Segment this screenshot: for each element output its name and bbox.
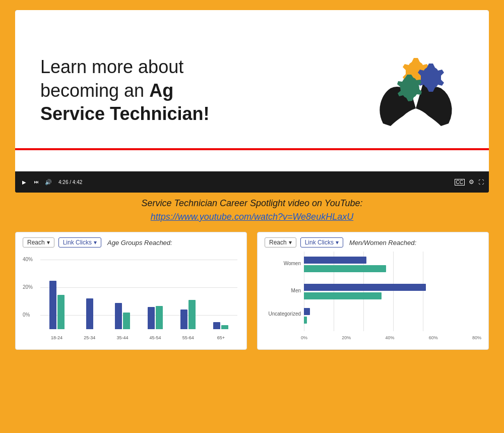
x-label-80: 80%: [472, 335, 481, 340]
cc-button[interactable]: CC: [455, 179, 465, 185]
gender-clicks-chevron: ▾: [336, 239, 339, 246]
age-label-3544: 35-44: [106, 335, 139, 340]
age-clicks-label: Link Clicks: [63, 239, 92, 246]
gender-reach-label: Reach: [269, 239, 287, 246]
caption-area: Service Technician Career Spotlight vide…: [142, 197, 363, 224]
bar-2534-blue: [86, 298, 93, 329]
age-group-1824: [40, 281, 73, 329]
caption-link[interactable]: https://www.youtube.com/watch?v=We8eukHL…: [142, 210, 363, 224]
settings-icon[interactable]: ⚙: [469, 178, 474, 185]
video-progress-bg: [15, 148, 489, 150]
x-label-40: 40%: [385, 335, 394, 340]
gender-bar-chart-container: Women Men Uncategorized 0% 20% 40% 60% 8…: [265, 252, 481, 342]
gender-clicks-filter[interactable]: Link Clicks ▾: [300, 237, 343, 248]
age-group-5564: [172, 300, 205, 329]
age-label-65plus: 65+: [205, 335, 237, 340]
caption-line1: Service Technician Career Spotlight vide…: [142, 197, 363, 210]
gender-chart: Reach ▾ Link Clicks ▾ Men/Women Reached:…: [257, 232, 489, 350]
video-title-text: Learn more about becoming an Ag Service …: [40, 55, 209, 126]
gender-chart-title: Men/Women Reached:: [349, 239, 416, 246]
gender-clicks-label: Link Clicks: [305, 239, 334, 246]
uncategorized-bar-teal: [304, 317, 307, 324]
x-label-20: 20%: [342, 335, 351, 340]
bar-5564-blue: [180, 310, 187, 329]
y-label-20: 20%: [23, 284, 33, 290]
video-controls-bar: ▶ ⏭ 🔊 4:26 / 4:42 CC ⚙ ⛶: [15, 171, 489, 193]
age-label-1824: 18-24: [40, 335, 73, 340]
skip-button[interactable]: ⏭: [32, 178, 40, 186]
gender-label-men: Men: [265, 288, 301, 293]
video-card: Learn more about becoming an Ag Service …: [15, 10, 489, 193]
age-reach-filter[interactable]: Reach ▾: [23, 237, 54, 248]
video-right-controls: CC ⚙ ⛶: [455, 178, 484, 185]
age-label-5564: 55-64: [172, 335, 205, 340]
age-group-3544: [106, 303, 139, 329]
age-group-65plus: [205, 322, 237, 329]
video-logo: [368, 43, 464, 139]
age-clicks-filter[interactable]: Link Clicks ▾: [58, 237, 101, 248]
women-bars: [304, 257, 386, 272]
bar-3544-teal: [123, 313, 130, 329]
play-button[interactable]: ▶: [20, 178, 28, 186]
age-label-4554: 45-54: [139, 335, 172, 340]
bar-1824-blue: [49, 281, 56, 329]
gender-label-women: Women: [265, 261, 301, 266]
bar-65plus-blue: [213, 322, 220, 329]
age-reach-label: Reach: [27, 239, 45, 246]
bar-5564-teal: [188, 300, 196, 329]
fullscreen-icon[interactable]: ⛶: [478, 179, 484, 185]
age-chart-title: Age Groups Reached:: [107, 239, 172, 246]
bar-4554-teal: [156, 306, 163, 329]
x-label-0: 0%: [301, 335, 307, 340]
page-container: Learn more about becoming an Ag Service …: [0, 0, 504, 433]
age-reach-chevron: ▾: [47, 239, 50, 246]
x-label-60: 60%: [429, 335, 438, 340]
svg-point-3: [406, 84, 413, 91]
age-group-chart: Reach ▾ Link Clicks ▾ Age Groups Reached…: [15, 232, 247, 350]
gender-reach-filter[interactable]: Reach ▾: [265, 237, 296, 248]
y-label-0: 0%: [23, 312, 30, 318]
age-label-2534: 25-34: [73, 335, 106, 340]
bar-65plus-teal: [221, 325, 228, 329]
volume-button[interactable]: 🔊: [44, 178, 52, 186]
gender-x-labels: 0% 20% 40% 60% 80%: [301, 335, 481, 340]
bar-3544-blue: [115, 303, 122, 329]
bar-1824-teal: [57, 295, 65, 329]
age-group-4554: [139, 306, 172, 329]
women-bar-teal: [304, 265, 386, 272]
svg-point-2: [427, 74, 435, 82]
age-bars-container: [40, 260, 237, 329]
gender-label-uncategorized: Uncategorized: [265, 311, 301, 317]
age-chart-header: Reach ▾ Link Clicks ▾ Age Groups Reached…: [23, 237, 239, 248]
age-bar-chart-container: 40% 20% 0%: [23, 252, 239, 342]
bar-4554-blue: [148, 307, 155, 329]
men-bar-blue: [304, 284, 426, 291]
video-thumbnail: Learn more about becoming an Ag Service …: [15, 10, 489, 171]
men-bar-teal: [304, 292, 382, 299]
age-clicks-chevron: ▾: [94, 239, 97, 246]
charts-row: Reach ▾ Link Clicks ▾ Age Groups Reached…: [15, 232, 489, 350]
uncategorized-bar-blue: [304, 308, 310, 315]
gender-chart-header: Reach ▾ Link Clicks ▾ Men/Women Reached:: [265, 237, 481, 248]
age-group-2534: [73, 298, 106, 329]
y-label-40: 40%: [23, 257, 33, 262]
age-x-labels: 18-24 25-34 35-44 45-54 55-64 65+: [40, 335, 237, 340]
video-progress-fill: [15, 148, 489, 150]
uncategorized-bars: [304, 308, 310, 324]
men-bars: [304, 284, 426, 299]
women-bar-blue: [304, 257, 366, 264]
gender-reach-chevron: ▾: [289, 239, 292, 246]
video-time: 4:26 / 4:42: [58, 179, 82, 185]
